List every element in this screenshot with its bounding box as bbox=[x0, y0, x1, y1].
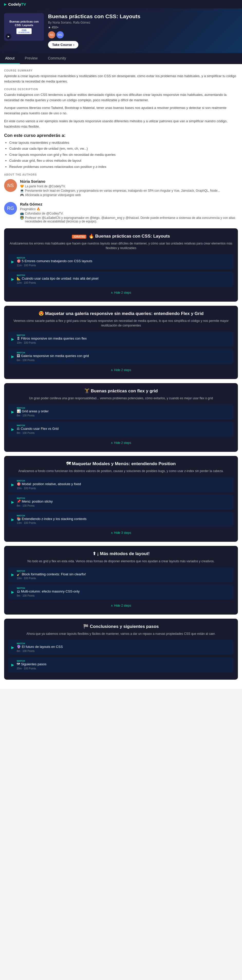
lesson-4-1[interactable]: ▶ Watch 🎯 Modal: position relative, abso… bbox=[8, 477, 234, 492]
author-1-avatar: NS bbox=[4, 179, 17, 192]
course-description-p1: Cuando trabajamos con CSS tendemos a apl… bbox=[4, 92, 238, 103]
course-summary-text: Aprende a crear layouts responsive mante… bbox=[4, 73, 238, 84]
learn-item-4: Cuándo usar grid, flex u otros métodos d… bbox=[9, 158, 238, 163]
lesson-3-1[interactable]: ▶ Watch 📊 Grid areas y order 8m · 100 Po… bbox=[8, 404, 234, 420]
lesson-2-1-title: 🎛 Filtros responsive sin media queries c… bbox=[17, 336, 231, 341]
author-1-tag3: 🎮 Aficionada a programar videojuegos web bbox=[20, 193, 220, 197]
avatar-2: RG bbox=[56, 31, 64, 38]
course-section-4: 🗺 Maquetar Modales y Menús: entendiendo … bbox=[4, 456, 238, 542]
lesson-4-2-title: 📌 Menú: position sticky bbox=[17, 500, 231, 504]
lesson-5-1[interactable]: ▶ Watch 🧹 Block formatting contexts: Flo… bbox=[8, 567, 234, 582]
hero-authors: By Núria Soriano, Rafa Gómez bbox=[48, 21, 238, 24]
lesson-4-2-meta: 8m · 100 Points bbox=[17, 504, 231, 507]
course-summary-label: COURSE SUMMARY bbox=[4, 69, 238, 72]
lesson-4-2-info: Watch 📌 Menú: position sticky 8m · 100 P… bbox=[17, 497, 231, 507]
play-icon-l4-3: ▶ bbox=[11, 517, 14, 522]
lesson-5-2-title: 🗂 Multi-column: efecto masonry CSS-only bbox=[17, 589, 231, 594]
lesson-4-2[interactable]: ▶ Watch 📌 Menú: position sticky 8m · 100… bbox=[8, 494, 234, 510]
author-2-tag3: 👨‍🏫 Profesor en @LaSalleICN y exprograma… bbox=[20, 216, 238, 223]
course-description-p2: Aunque usemos librerías como Tailwind, B… bbox=[4, 105, 238, 116]
section-4-title: 🗺 Maquetar Modales y Menús: entendiendo … bbox=[8, 461, 234, 467]
author-card-2: RG Rafa Gómez Pragmático 🔥 📺 Cofundador … bbox=[4, 202, 238, 223]
lesson-6-1-info: Watch 🔮 El futuro de layouts en CSS 8m ·… bbox=[17, 642, 231, 652]
lesson-4-1-meta: 10m · 100 Points bbox=[17, 487, 231, 490]
hide-steps-2[interactable]: ∧ Hide 2 steps bbox=[8, 366, 234, 374]
take-course-button[interactable]: Take Course › bbox=[48, 41, 79, 48]
lesson-1-1-label: Watch bbox=[17, 256, 231, 259]
play-icon-l6-2: ▶ bbox=[11, 663, 14, 667]
lesson-4-3-title: 📚 Entendiendo z-index y los stacking con… bbox=[17, 517, 231, 521]
lesson-1-2-info: Watch 📐 Cuándo usar cada tipo de unidad:… bbox=[17, 274, 231, 284]
lesson-5-1-label: Watch bbox=[17, 570, 231, 572]
lesson-6-1[interactable]: ▶ Watch 🔮 El futuro de layouts en CSS 8m… bbox=[8, 640, 234, 655]
section-1-desc: Analizaremos los errores más habituales … bbox=[8, 241, 234, 250]
lesson-3-2[interactable]: ▶ Watch ⚖ Cuando usar Flex vs Grid 8m · … bbox=[8, 422, 234, 437]
lesson-2-1-info: Watch 🎛 Filtros responsive sin media que… bbox=[17, 334, 231, 344]
lesson-6-1-title: 🔮 El futuro de layouts en CSS bbox=[17, 645, 231, 649]
lesson-6-2[interactable]: ▶ Watch 🗺 Siguientes pasos 20m · 100 Poi… bbox=[8, 657, 234, 673]
thumbnail-title: Buenas prácticas con CSS: Layouts bbox=[4, 20, 44, 27]
lesson-2-2-title: 🖼 Galería responsive sin media queries c… bbox=[17, 354, 231, 358]
logo-play-icon: ▶ bbox=[4, 2, 7, 6]
lesson-6-2-title: 🗺 Siguientes pasos bbox=[17, 662, 231, 667]
author-card-1: NS Núria Soriano 🧡 La parte front de @Co… bbox=[4, 179, 238, 197]
lesson-5-2[interactable]: ▶ Watch 🗂 Multi-column: efecto masonry C… bbox=[8, 584, 234, 600]
author-2-avatar: RG bbox=[4, 202, 17, 215]
hide-steps-1[interactable]: ∧ Hide 2 steps bbox=[8, 289, 234, 296]
hide-steps-4[interactable]: ∧ Hide 3 steps bbox=[8, 529, 234, 537]
section-5-title: ⬆ ¡ Más métodos de layout! bbox=[8, 551, 234, 557]
lesson-1-1-info: Watch 🎯 5 Errores comunes trabajando con… bbox=[17, 256, 231, 267]
section-6-title: 🏁 Conclusiones y siguientes pasos bbox=[8, 624, 234, 629]
learn-item-5: Resolver problemas comunes relacionados … bbox=[9, 164, 238, 169]
lesson-1-2-title: 📐 Cuándo usar cada tipo de unidad: más a… bbox=[17, 277, 231, 281]
author-2-name: Rafa Gómez bbox=[20, 202, 238, 206]
course-section-3: 🏋 Buenas prácticas con flex y grid Un gr… bbox=[4, 383, 238, 452]
lesson-4-1-title: 🎯 Modal: position relative, absolute y f… bbox=[17, 482, 231, 487]
play-icon-l3-2: ▶ bbox=[11, 427, 14, 431]
section-3-title: 🏋 Buenas prácticas con flex y grid bbox=[8, 388, 234, 394]
lesson-2-1[interactable]: ▶ Watch 🎛 Filtros responsive sin media q… bbox=[8, 331, 234, 347]
author-1-name: Núria Soriano bbox=[20, 179, 220, 183]
tab-preview[interactable]: Preview bbox=[20, 53, 43, 64]
gratis-badge: [GRATIS] bbox=[72, 235, 86, 239]
lesson-5-2-info: Watch 🗂 Multi-column: efecto masonry CSS… bbox=[17, 587, 231, 597]
tab-about[interactable]: About bbox=[0, 53, 20, 64]
lesson-3-1-label: Watch bbox=[17, 407, 231, 409]
section-5-desc: No todo es grid y flex en esta vida. Vem… bbox=[8, 559, 234, 563]
tv-icon: 📺 bbox=[20, 212, 24, 215]
avatar-1: NS bbox=[48, 31, 55, 38]
tab-community[interactable]: Community bbox=[43, 53, 71, 64]
lesson-3-2-title: ⚖ Cuando usar Flex vs Grid bbox=[17, 427, 231, 431]
course-description-p3: En este curso vamos a ver ejemplos reale… bbox=[4, 119, 238, 129]
play-icon-l2-2: ▶ bbox=[11, 355, 14, 358]
author-2-tag1: Pragmático 🔥 bbox=[20, 207, 238, 211]
lesson-3-2-meta: 8m · 100 Points bbox=[17, 431, 231, 434]
lesson-2-2[interactable]: ▶ Watch 🖼 Galería responsive sin media q… bbox=[8, 349, 234, 364]
course-description-label: COURSE DESCRIPTION bbox=[4, 88, 238, 91]
section-4-desc: Analizamos a fondo como funcionan los di… bbox=[8, 469, 234, 473]
lesson-4-3[interactable]: ▶ Watch 📚 Entendiendo z-index y los stac… bbox=[8, 512, 234, 527]
lesson-2-2-meta: 6m · 100 Points bbox=[17, 359, 231, 362]
css-badge: CSS IS AWESOME bbox=[16, 28, 31, 34]
author-1-info: Núria Soriano 🧡 La parte front de @Codel… bbox=[20, 179, 220, 197]
lesson-5-1-meta: 10m · 100 Points bbox=[17, 577, 231, 580]
learn-item-1: Crear layouts mantenibles y reutilizable… bbox=[9, 140, 238, 145]
lesson-4-2-label: Watch bbox=[17, 497, 231, 500]
learn-heading: Con este curso aprenderás a: bbox=[4, 133, 238, 138]
teach-icon: 👨‍🏫 bbox=[20, 216, 24, 220]
lesson-1-2-label: Watch bbox=[17, 274, 231, 277]
lesson-3-1-info: Watch 📊 Grid areas y order 8m · 100 Poin… bbox=[17, 407, 231, 417]
fire-icon-s1: 🔥 bbox=[89, 234, 94, 239]
hide-steps-5[interactable]: ∧ Hide 2 steps bbox=[8, 602, 234, 609]
lesson-5-2-meta: 9m · 100 Points bbox=[17, 594, 231, 597]
lesson-1-2[interactable]: ▶ Watch 📐 Cuándo usar cada tipo de unida… bbox=[8, 271, 234, 287]
lesson-1-1[interactable]: ▶ Watch 🎯 5 Errores comunes trabajando c… bbox=[8, 254, 234, 269]
course-section-6: 🏁 Conclusiones y siguientes pasos Ahora … bbox=[4, 619, 238, 679]
section-2-desc: Veremos cómo sacarle partido a flex y gr… bbox=[8, 318, 234, 328]
lesson-4-3-meta: 13m · 100 Points bbox=[17, 522, 231, 524]
lesson-6-2-label: Watch bbox=[17, 660, 231, 662]
hide-steps-3[interactable]: ∧ Hide 2 steps bbox=[8, 439, 234, 447]
lesson-1-1-title: 🎯 5 Errores comunes trabajando con CSS l… bbox=[17, 259, 231, 264]
section-6-desc: Ahora que ya sabemos crear layouts flexi… bbox=[8, 632, 234, 636]
game-icon-1: 🎮 bbox=[20, 193, 24, 197]
